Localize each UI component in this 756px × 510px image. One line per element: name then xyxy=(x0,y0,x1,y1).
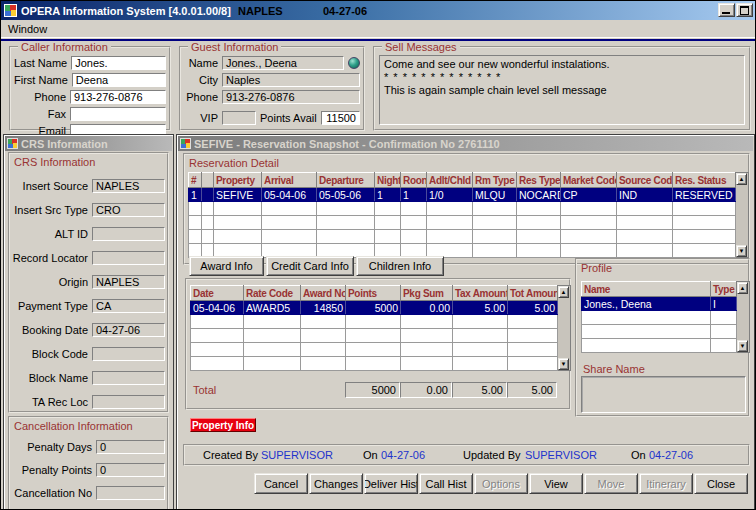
col-room[interactable]: Roon xyxy=(401,173,427,188)
reservation-scrollbar[interactable]: ▲ ▼ xyxy=(736,172,749,258)
vip-label: VIP xyxy=(184,112,218,124)
col-res-status[interactable]: Res. Status xyxy=(673,173,736,188)
award-row-selected[interactable]: 05-04-06AWARD51485050000.005.005.00 xyxy=(191,301,558,315)
award-info-group: Date Rate Code Award No Points Pkg Sum T… xyxy=(185,278,571,410)
col-departure[interactable]: Departure xyxy=(317,173,375,188)
crs-titlebar[interactable]: CRS Information xyxy=(5,136,172,151)
col-rm-type[interactable]: Rm Type xyxy=(473,173,517,188)
cancel-button[interactable]: Cancel xyxy=(254,473,308,494)
profile-scrollbar[interactable]: ▲ ▼ xyxy=(737,281,750,353)
view-button[interactable]: View xyxy=(529,473,583,494)
snapshot-titlebar[interactable]: SEFIVE - Reservation Snapshot - Confirma… xyxy=(178,136,753,151)
col-market-code[interactable]: Market Code xyxy=(561,173,617,188)
changes-button[interactable]: Changes xyxy=(309,473,363,494)
menu-window[interactable]: Window xyxy=(8,23,47,35)
col-points[interactable]: Points xyxy=(346,286,401,301)
points-avail-label: Points Avail xyxy=(260,112,317,124)
block-code-label: Block Code xyxy=(12,348,88,360)
award-row-empty xyxy=(191,315,558,329)
tab-credit-card-info[interactable]: Credit Card Info xyxy=(266,256,354,276)
updated-on-label: On xyxy=(631,449,646,461)
col-source-code[interactable]: Source Code xyxy=(617,173,673,188)
col-number[interactable]: # xyxy=(189,173,202,188)
close-button[interactable]: Close xyxy=(694,473,748,494)
award-scrollbar[interactable]: ▲ ▼ xyxy=(558,285,571,371)
reservation-header-row: # Property Arrival Departure Night Roon … xyxy=(189,173,736,188)
maximize-button[interactable] xyxy=(736,3,753,17)
share-name-label: Share Name xyxy=(583,363,645,375)
cancellation-group: Cancellation Information Penalty Days0 P… xyxy=(8,416,169,510)
origin-label: Origin xyxy=(12,276,88,288)
insert-source-label: Insert Source xyxy=(12,180,88,192)
cancellation-title: Cancellation Information xyxy=(14,420,133,432)
col-tot-amount[interactable]: Tot Amount xyxy=(508,286,558,301)
block-name-label: Block Name xyxy=(12,372,88,384)
guest-city-label: City xyxy=(184,74,218,86)
col-property[interactable]: Property xyxy=(214,173,262,188)
col-pkg-sum[interactable]: Pkg Sum xyxy=(401,286,453,301)
minimize-button[interactable] xyxy=(718,3,735,17)
share-name-box xyxy=(581,376,746,413)
guest-name-label: Name xyxy=(184,57,218,69)
col-type[interactable]: Type xyxy=(711,282,737,297)
globe-icon[interactable] xyxy=(348,57,360,69)
call-hist-button[interactable]: Call Hist xyxy=(419,473,473,494)
insert-src-type-field: CRO xyxy=(92,203,165,217)
deliver-hist-button[interactable]: Deliver Hist xyxy=(364,473,418,494)
col-tax-amount[interactable]: Tax Amount xyxy=(453,286,508,301)
fax-field[interactable] xyxy=(70,107,166,121)
record-locator-label: Record Locator xyxy=(12,252,88,264)
scroll-down-icon[interactable]: ▼ xyxy=(737,340,748,352)
created-on-value: 04-27-06 xyxy=(381,449,425,461)
minimize-icon xyxy=(722,12,730,14)
ta-rec-loc-field xyxy=(92,395,165,409)
col-night[interactable]: Night xyxy=(375,173,401,188)
points-avail-field: 11500 xyxy=(321,111,360,125)
reservation-row-selected[interactable]: 1SEFIVE05-04-0605-05-06111/0MLQUNOCARDCP… xyxy=(189,188,736,202)
award-row-empty xyxy=(191,343,558,357)
scroll-up-icon[interactable]: ▲ xyxy=(558,286,569,298)
total-label: Total xyxy=(193,384,216,396)
profile-row-empty xyxy=(582,325,737,339)
penalty-points-label: Penalty Points xyxy=(12,464,92,476)
col-date[interactable]: Date xyxy=(191,286,244,301)
cancellation-no-field xyxy=(96,486,165,500)
vip-field xyxy=(222,111,256,125)
crs-info-group: CRS Information Insert SourceNAPLES Inse… xyxy=(8,152,169,413)
sell-messages-box: Come and see our new wonderful instalati… xyxy=(379,55,745,125)
tab-award-info[interactable]: Award Info xyxy=(189,256,264,276)
col-arrival[interactable]: Arrival xyxy=(262,173,317,188)
payment-type-field: CA xyxy=(92,299,165,313)
profile-row-selected[interactable]: Jones., DeenaI xyxy=(582,297,737,311)
alt-id-label: ALT ID xyxy=(12,228,88,240)
col-award-no[interactable]: Award No xyxy=(301,286,346,301)
scroll-down-icon[interactable]: ▼ xyxy=(558,358,569,370)
last-name-field[interactable]: Jones. xyxy=(71,56,166,70)
col-adlt-chld[interactable]: Adlt/Chld xyxy=(427,173,473,188)
col-res-type[interactable]: Res Type xyxy=(517,173,561,188)
reservation-detail-title: Reservation Detail xyxy=(189,157,279,169)
sell-message-line3: This is again sample chain level sell me… xyxy=(384,84,740,97)
booking-date-label: Booking Date xyxy=(12,324,88,336)
reservation-row-empty xyxy=(189,202,736,216)
snapshot-window-title: SEFIVE - Reservation Snapshot - Confirma… xyxy=(194,138,500,150)
payment-type-label: Payment Type xyxy=(12,300,88,312)
col-name[interactable]: Name xyxy=(582,282,711,297)
scroll-up-icon[interactable]: ▲ xyxy=(736,173,747,185)
crs-window: CRS Information CRS Information Insert S… xyxy=(3,134,174,510)
penalty-days-field: 0 xyxy=(96,440,165,454)
tab-children-info[interactable]: Children Info xyxy=(356,256,444,276)
guest-phone-label: Phone xyxy=(184,91,218,103)
first-name-field[interactable]: Deena xyxy=(72,73,166,87)
scroll-up-icon[interactable]: ▲ xyxy=(737,282,748,294)
created-on-label: On xyxy=(363,449,378,461)
col-blank[interactable] xyxy=(202,173,214,188)
property-info-button[interactable]: Property Info xyxy=(190,418,256,432)
caller-phone-field[interactable]: 913-276-0876 xyxy=(70,90,166,104)
guest-name-field: Jones., Deena xyxy=(222,56,344,70)
maximize-icon xyxy=(740,6,749,15)
created-by-label: Created By xyxy=(203,449,258,461)
total-tax-amount-field: 5.00 xyxy=(452,382,507,398)
scroll-down-icon[interactable]: ▼ xyxy=(736,245,747,257)
col-rate-code[interactable]: Rate Code xyxy=(244,286,301,301)
